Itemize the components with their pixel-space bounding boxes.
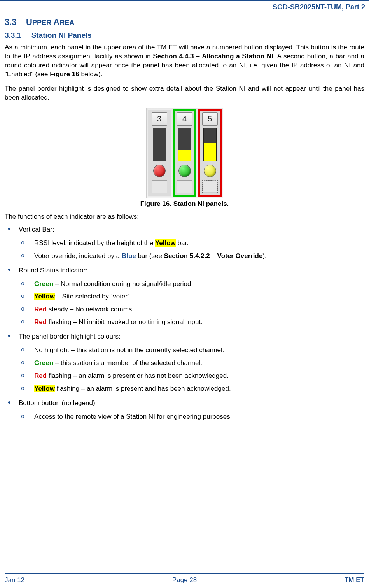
status-indicator-yellow xyxy=(204,165,216,177)
bullet-bottom-button: Bottom button (no legend): Access to the… xyxy=(19,399,364,421)
subsection-heading: 3.3.1 Station NI Panels xyxy=(5,30,364,40)
figure-caption: Figure 16. Station NI panels. xyxy=(5,200,364,209)
bottom-button-sublist: Access to the remote view of a Station N… xyxy=(19,412,364,421)
station-panel-5: 5 xyxy=(198,109,222,197)
sub-red-alarm: Red flashing – an alarm is present or ha… xyxy=(34,372,364,381)
border-highlight-sublist: No highlight – this station is not in th… xyxy=(19,346,364,393)
status-indicator-red xyxy=(153,165,166,177)
footer-rule xyxy=(5,573,364,574)
indicator-list: Vertical Bar: RSSI level, indicated by t… xyxy=(5,225,364,421)
sub-green-member: Green – this station is a member of the … xyxy=(34,359,364,368)
para-2: The panel border highlight is designed t… xyxy=(5,84,364,102)
remote-view-button[interactable] xyxy=(177,180,192,193)
rssi-bar xyxy=(178,128,191,161)
ref-figure-16: Figure 16 xyxy=(50,70,79,78)
sub-yellow-ack: Yellow flashing – an alarm is present an… xyxy=(34,384,364,393)
para-3: The functions of each indicator are as f… xyxy=(5,212,364,221)
section-title: UPPER AREA xyxy=(26,17,74,27)
blue-label: Blue xyxy=(122,252,136,260)
ref-section-5422: Section 5.4.2.2 – Voter Override xyxy=(164,252,263,260)
remote-view-button[interactable] xyxy=(152,180,167,193)
content: 3.3 UPPER AREA 3.3.1 Station NI Panels A… xyxy=(0,16,369,421)
sub-red-flashing: Red flashing – NI inhibit invoked or no … xyxy=(34,318,364,327)
status-indicator-green xyxy=(178,165,191,177)
station-panel-3: 3 xyxy=(148,109,171,197)
subsection-title: Station NI Panels xyxy=(31,31,92,39)
sub-no-highlight: No highlight – this station is not in th… xyxy=(34,346,364,355)
ref-section-443: Section 4.4.3 – Allocating a Station NI xyxy=(153,53,273,60)
rssi-bar xyxy=(153,128,166,161)
sub-rssi: RSSI level, indicated by the height of t… xyxy=(34,239,364,248)
page: SGD-SB2025NT-TUM, Part 2 3.3 UPPER AREA … xyxy=(0,0,369,588)
remote-view-button[interactable] xyxy=(202,180,218,193)
footer-date: Jan 12 xyxy=(5,576,24,585)
subsection-number: 3.3.1 xyxy=(5,31,21,39)
header-rule xyxy=(4,13,365,13)
sub-remote-view: Access to the remote view of a Station N… xyxy=(34,412,364,421)
station-number-button[interactable]: 5 xyxy=(202,112,218,126)
sub-voter-override: Voter override, indicated by a Blue bar … xyxy=(34,252,364,261)
header: SGD-SB2025NT-TUM, Part 2 xyxy=(0,1,369,13)
bullet-border-highlight: The panel border highlight colours: No h… xyxy=(19,332,364,393)
footer-row: Jan 12 Page 28 TM ET xyxy=(5,576,364,585)
bullet-round-status: Round Status indicator: Green – Normal c… xyxy=(19,266,364,327)
figure-16: 3 4 5 xyxy=(5,108,364,198)
doc-id: SGD-SB2025NT-TUM, Part 2 xyxy=(273,3,365,11)
rssi-bar xyxy=(203,128,217,161)
station-ni-panels: 3 4 5 xyxy=(146,108,223,198)
sub-green-normal: Green – Normal condition during no signa… xyxy=(34,280,364,289)
station-number-button[interactable]: 4 xyxy=(177,112,192,126)
yellow-label: Yellow xyxy=(155,239,176,247)
footer: Jan 12 Page 28 TM ET xyxy=(0,573,369,585)
para-1: As a minimum, each panel in the upper ar… xyxy=(5,43,364,79)
rssi-fill xyxy=(178,150,191,161)
vertical-bar-sublist: RSSI level, indicated by the height of t… xyxy=(19,239,364,261)
footer-product: TM ET xyxy=(345,576,364,585)
bullet-vertical-bar: Vertical Bar: RSSI level, indicated by t… xyxy=(19,225,364,261)
station-panel-4: 4 xyxy=(173,109,196,197)
section-number: 3.3 xyxy=(5,17,17,27)
section-heading: 3.3 UPPER AREA xyxy=(5,16,364,28)
footer-page: Page 28 xyxy=(172,576,197,585)
sub-red-steady: Red steady – No network comms. xyxy=(34,305,364,314)
station-number-button[interactable]: 3 xyxy=(152,112,167,126)
round-status-sublist: Green – Normal condition during no signa… xyxy=(19,280,364,327)
rssi-fill xyxy=(204,143,216,161)
sub-yellow-selected: Yellow – Site selected by “voter”. xyxy=(34,292,364,301)
